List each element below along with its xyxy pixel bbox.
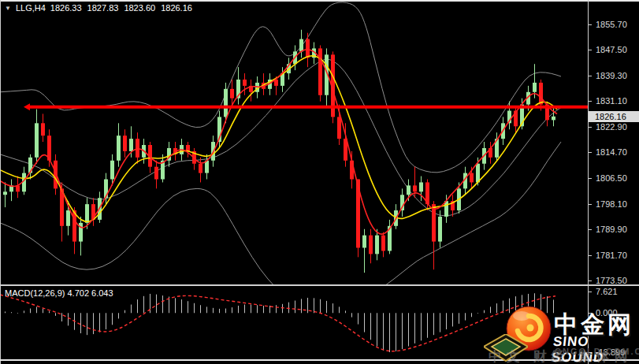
watermark-logo: 中金网 SINO SOUND CNGOLD.COM.CN 中文 财经 集体网 xyxy=(482,303,639,364)
candle xyxy=(495,132,499,161)
axis-tick xyxy=(588,101,592,102)
window-top-border xyxy=(0,0,639,2)
price-axis-label: 1822.90 xyxy=(596,122,638,132)
candle xyxy=(381,232,385,258)
axis-tick xyxy=(588,50,592,50)
candle xyxy=(369,229,373,263)
candle xyxy=(205,154,209,180)
bollinger-upper-line xyxy=(0,2,561,173)
candle xyxy=(41,113,45,142)
price-axis-label: 1814.70 xyxy=(596,147,638,157)
macd-signal-line xyxy=(0,295,555,351)
candle xyxy=(388,220,392,254)
symbol-label: LLG,H4 xyxy=(16,3,46,13)
candle xyxy=(451,195,455,217)
low-value: 1823.60 xyxy=(124,3,155,13)
price-axis-label: 1798.10 xyxy=(596,199,638,209)
candle xyxy=(154,161,158,189)
axis-tick xyxy=(588,255,592,256)
axis-tick xyxy=(588,204,592,205)
high-value: 1827.83 xyxy=(87,3,119,13)
candle xyxy=(35,110,39,164)
price-axis-label: 1839.30 xyxy=(596,71,638,80)
axis-tick xyxy=(588,280,592,281)
resistance-hline[interactable] xyxy=(24,103,588,110)
symbol-dropdown-icon[interactable]: ▼ xyxy=(5,5,11,12)
axis-tick xyxy=(588,76,592,76)
candle xyxy=(199,158,202,183)
candle xyxy=(325,48,329,107)
main-chart-canvas[interactable] xyxy=(0,0,589,285)
candle xyxy=(28,154,32,180)
price-axis-label: 1855.70 xyxy=(596,20,638,29)
macd-histogram xyxy=(6,293,554,352)
candle xyxy=(236,67,240,104)
candle xyxy=(16,176,20,199)
candle xyxy=(299,30,303,58)
close-value: 1826.16 xyxy=(161,3,192,13)
axis-tick xyxy=(588,127,592,128)
candle xyxy=(432,201,436,269)
candle xyxy=(3,182,7,207)
candle xyxy=(318,45,322,101)
price-axis-label: 1847.50 xyxy=(596,45,638,54)
candles-layer xyxy=(3,30,555,273)
candle xyxy=(136,132,139,164)
ma-red-line xyxy=(0,50,557,234)
price-axis-label: 1781.70 xyxy=(596,251,638,260)
candle xyxy=(362,229,366,273)
watermark-tagline-text: 中文 财经 集体网 xyxy=(489,347,632,364)
chart-title: ▼ LLG,H4 1826.33 1827.83 1823.60 1826.16 xyxy=(5,3,192,13)
candle xyxy=(186,142,190,158)
chart-window: ▼ LLG,H4 1826.33 1827.83 1823.60 1826.16… xyxy=(0,0,639,364)
candle xyxy=(123,129,127,158)
candle xyxy=(117,123,121,166)
price-axis-label: 1831.10 xyxy=(596,96,638,106)
candle xyxy=(9,180,13,202)
current-price-tag: 1826.16 xyxy=(589,111,639,122)
panel-separator[interactable] xyxy=(0,284,639,286)
candle xyxy=(243,73,247,95)
candle xyxy=(400,188,404,217)
axis-tick xyxy=(588,152,592,153)
axis-tick xyxy=(588,229,592,230)
price-axis-label: 1806.50 xyxy=(596,173,638,183)
candle xyxy=(91,198,95,226)
candle xyxy=(249,80,253,102)
axis-tick xyxy=(588,178,592,179)
open-value: 1826.33 xyxy=(50,3,82,13)
candle xyxy=(489,142,492,164)
candle xyxy=(79,217,83,255)
candle xyxy=(167,142,171,167)
window-left-border xyxy=(0,0,1,364)
price-axis-label: 1789.90 xyxy=(596,225,638,234)
axis-tick xyxy=(588,24,592,25)
macd-indicator-label: MACD(12,26,9) 4.702 6.043 xyxy=(5,288,113,298)
ma-yellow-line xyxy=(0,56,557,221)
candle xyxy=(438,210,442,247)
price-axis-label: 1773.50 xyxy=(596,276,638,285)
macd-axis-label: 7.621 xyxy=(596,287,638,296)
axis-tick xyxy=(588,292,592,292)
